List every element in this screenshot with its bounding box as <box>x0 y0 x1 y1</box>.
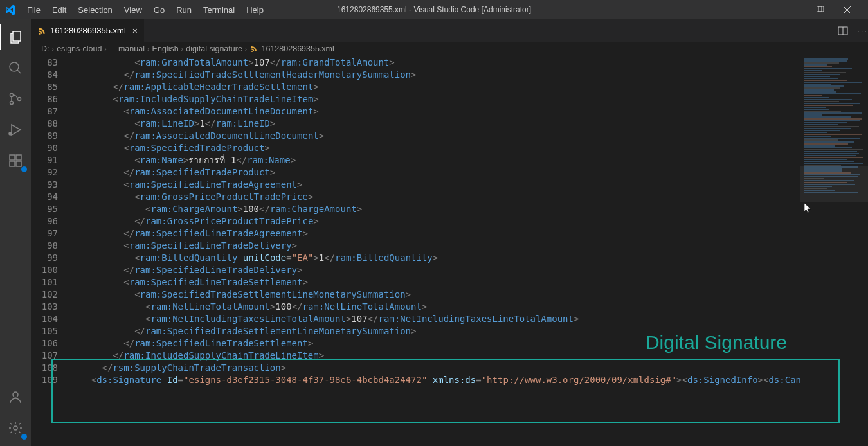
run-debug-icon[interactable] <box>0 117 31 143</box>
rss-xml-icon <box>37 26 46 35</box>
minimap[interactable] <box>800 56 868 446</box>
more-actions-icon[interactable]: ··· <box>857 26 868 35</box>
svg-point-12 <box>9 132 12 135</box>
breadcrumb-segment[interactable]: English <box>152 44 179 53</box>
svg-rect-5 <box>13 31 21 41</box>
code-line[interactable]: <ram:NetLineTotalAmount>100</ram:NetLine… <box>69 301 868 313</box>
code-line[interactable]: <ram:SpecifiedLineTradeSettlement> <box>69 276 868 289</box>
chevron-right-icon: › <box>181 45 184 53</box>
code-line[interactable]: </ram:SpecifiedLineTradeSettlement> <box>69 337 868 350</box>
chevron-right-icon: › <box>245 45 248 53</box>
breadcrumb-segment[interactable]: D: <box>41 44 50 53</box>
menu-go[interactable]: Go <box>149 3 170 17</box>
maximize-button[interactable] <box>817 6 832 13</box>
window-title: 1612802869355.xml - Visual Studio Code [… <box>337 5 531 14</box>
window-controls <box>790 6 863 13</box>
code-line[interactable]: <ram:SpecifiedLineTradeAgreement> <box>69 179 868 191</box>
code-line[interactable]: <ram:SpecifiedTradeSettlementLineMonetar… <box>69 289 868 301</box>
menu-edit[interactable]: Edit <box>47 3 71 17</box>
explorer-icon[interactable] <box>0 24 31 50</box>
code-line[interactable]: <ram:AssociatedDocumentLineDocument> <box>69 105 868 118</box>
svg-rect-16 <box>16 155 21 160</box>
code-line[interactable]: </ram:IncludedSupplyChainTradeLineItem> <box>69 350 868 362</box>
menu-selection[interactable]: Selection <box>73 3 117 17</box>
tab-file[interactable]: 1612802869355.xml × <box>31 19 145 42</box>
svg-point-9 <box>10 102 14 105</box>
code-line[interactable]: </ram:SpecifiedTradeSettlementHeaderMone… <box>69 69 868 81</box>
tab-bar: 1612802869355.xml × ··· <box>31 19 868 42</box>
breadcrumb-segment[interactable]: __manual <box>109 44 145 53</box>
code-line[interactable]: <ram:SpecifiedTradeProduct> <box>69 142 868 154</box>
code-line[interactable]: <ds:Signature Id="esigns-d3ef2315-3048-4… <box>69 374 868 386</box>
svg-rect-1 <box>817 6 822 12</box>
chevron-right-icon: › <box>104 45 107 53</box>
code-line[interactable]: <ram:GrossPriceProductTradePrice> <box>69 191 868 203</box>
minimap-slider[interactable] <box>800 166 868 202</box>
code-line[interactable]: </ram:ApplicableHeaderTradeSettlement> <box>69 81 868 93</box>
svg-rect-15 <box>16 161 21 166</box>
code-line[interactable]: </ram:SpecifiedLineTradeDelivery> <box>69 264 868 276</box>
extensions-icon[interactable] <box>0 148 31 174</box>
code-line[interactable]: <ram:ChargeAmount>100</ram:ChargeAmount> <box>69 203 868 215</box>
close-button[interactable] <box>844 6 859 13</box>
chevron-right-icon: › <box>147 45 150 53</box>
code-line[interactable]: <ram:Name>รายการที่ 1</ram:Name> <box>69 154 868 166</box>
line-gutter: 8384858687888990919293949596979899100101… <box>31 56 69 446</box>
svg-point-6 <box>10 62 19 71</box>
code-line[interactable]: <ram:LineID>1</ram:LineID> <box>69 118 868 130</box>
code-editor[interactable]: <ram:GrandTotalAmount>107</ram:GrandTota… <box>69 56 868 446</box>
menu-file[interactable]: File <box>22 3 46 17</box>
code-line[interactable]: </ram:SpecifiedTradeProduct> <box>69 166 868 179</box>
title-bar: FileEditSelectionViewGoRunTerminalHelp 1… <box>0 0 868 19</box>
menu-run[interactable]: Run <box>171 3 197 17</box>
svg-point-18 <box>14 426 17 430</box>
code-line[interactable]: <ram:NetIncludingTaxesLineTotalAmount>10… <box>69 313 868 325</box>
minimize-button[interactable] <box>790 6 805 13</box>
split-editor-icon[interactable] <box>838 26 848 36</box>
svg-point-10 <box>18 98 21 101</box>
vscode-icon <box>5 4 15 15</box>
code-line[interactable]: <ram:IncludedSupplyChainTradeLineItem> <box>69 93 868 105</box>
code-line[interactable]: <ram:BilledQuantity unitCode="EA">1</ram… <box>69 252 868 264</box>
breadcrumb-segment[interactable]: digital signature <box>186 44 242 53</box>
editor-area: 1612802869355.xml × ··· D:›esigns-cloud›… <box>31 19 868 446</box>
code-line[interactable]: </ram:GrossPriceProductTradePrice> <box>69 215 868 227</box>
code-line[interactable]: <ram:SpecifiedLineTradeDelivery> <box>69 240 868 252</box>
menu-terminal[interactable]: Terminal <box>198 3 240 17</box>
menu-view[interactable]: View <box>119 3 147 17</box>
menu-help[interactable]: Help <box>241 3 269 17</box>
svg-rect-2 <box>818 6 824 12</box>
svg-rect-0 <box>790 10 797 10</box>
code-line[interactable]: </rsm:SupplyChainTradeTransaction> <box>69 362 868 374</box>
breadcrumb-segment[interactable]: esigns-cloud <box>57 44 102 53</box>
svg-rect-14 <box>10 161 15 166</box>
source-control-icon[interactable] <box>0 86 31 112</box>
tab-label: 1612802869355.xml <box>50 26 126 35</box>
chevron-right-icon: › <box>52 45 55 53</box>
accounts-icon[interactable] <box>0 384 31 410</box>
code-line[interactable]: <ram:GrandTotalAmount>107</ram:GrandTota… <box>69 57 868 69</box>
search-icon[interactable] <box>0 55 31 81</box>
svg-line-7 <box>17 70 21 73</box>
breadcrumb[interactable]: D:›esigns-cloud›__manual›English›digital… <box>31 42 868 56</box>
code-line[interactable]: </ram:SpecifiedLineTradeAgreement> <box>69 227 868 240</box>
svg-marker-11 <box>12 125 21 135</box>
svg-point-8 <box>10 94 14 97</box>
code-line[interactable]: </ram:AssociatedDocumentLineDocument> <box>69 130 868 142</box>
activity-bar <box>0 19 31 446</box>
svg-rect-13 <box>10 155 15 160</box>
menu-bar: FileEditSelectionViewGoRunTerminalHelp <box>22 3 269 17</box>
code-line[interactable]: </ram:SpecifiedTradeSettlementLineMoneta… <box>69 325 868 337</box>
breadcrumb-segment[interactable]: 1612802869355.xml <box>262 44 334 53</box>
rss-xml-icon <box>250 45 258 53</box>
settings-gear-icon[interactable] <box>0 415 31 441</box>
tab-close-icon[interactable]: × <box>132 26 138 36</box>
svg-point-17 <box>13 392 18 397</box>
